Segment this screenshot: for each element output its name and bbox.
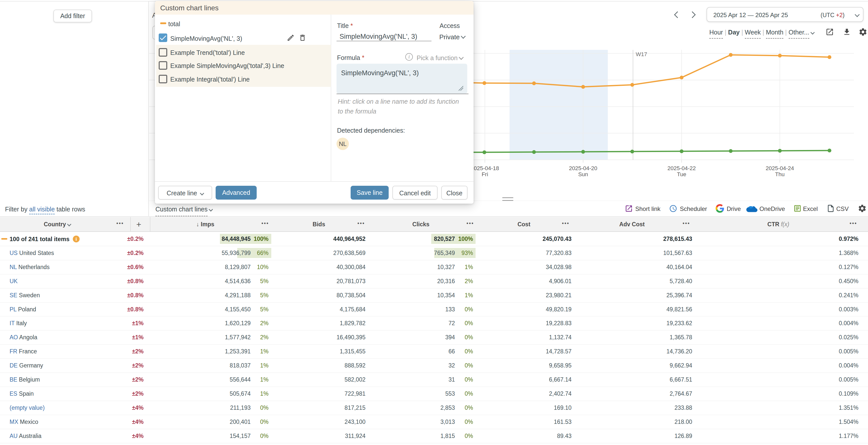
svg-text:2025-04-20: 2025-04-20 [569, 165, 597, 171]
svg-text:W17: W17 [636, 51, 647, 57]
svg-text:Tue: Tue [677, 171, 686, 177]
svg-text:Thu: Thu [775, 171, 785, 177]
svg-text:Fri: Fri [482, 171, 488, 177]
svg-text:2025-04-22: 2025-04-22 [668, 165, 696, 171]
svg-text:Sun: Sun [578, 171, 588, 177]
svg-text:2025-04-18: 2025-04-18 [471, 165, 499, 171]
svg-text:2025-04-24: 2025-04-24 [766, 165, 794, 171]
